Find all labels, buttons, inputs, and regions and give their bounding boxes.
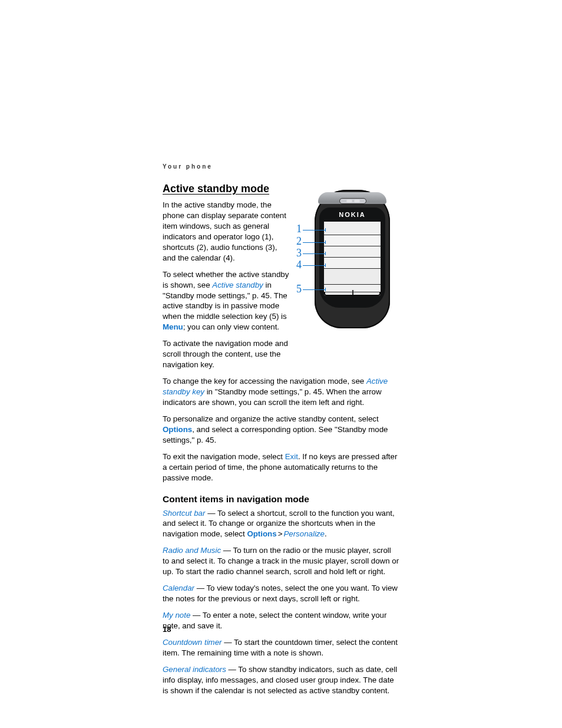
heading-content-items: Content items in navigation mode — [163, 494, 399, 505]
earpiece-icon — [339, 198, 366, 204]
text: To exit the navigation mode, select — [163, 452, 285, 461]
item-general-indicators: General indicators — To show standby ind… — [163, 664, 399, 696]
callout-tick-3 — [325, 252, 326, 255]
callout-2: 2 — [293, 235, 302, 248]
softkey-exit: Exit — [285, 452, 298, 461]
callout-line-1 — [303, 230, 325, 230]
para-select-shown: To select whether the active standby is … — [163, 269, 290, 333]
softkey-separator — [352, 290, 353, 295]
softkey-options-2: Options — [247, 529, 276, 538]
callout-4: 4 — [293, 259, 302, 271]
label-calendar: Calendar — [163, 584, 194, 592]
page: Your phone Active standby mode In the ac… — [0, 0, 562, 728]
callout-1: 1 — [293, 223, 302, 235]
label-shortcut-bar: Shortcut bar — [163, 509, 205, 518]
item-calendar: Calendar — To view today's notes, select… — [163, 583, 399, 604]
callout-tick-4 — [325, 263, 326, 267]
page-number: 18 — [163, 625, 171, 634]
softkey-menu: Menu — [163, 322, 183, 331]
text: — To enter a note, select the content wi… — [163, 611, 386, 630]
label-my-note: My note — [163, 611, 190, 620]
para-activate-nav: To activate the navigation mode and scro… — [163, 338, 290, 370]
callout-line-5 — [303, 289, 325, 290]
callout-line-4 — [303, 265, 325, 266]
screen-row-3 — [324, 246, 381, 257]
item-shortcut-bar: Shortcut bar — To select a shortcut, scr… — [163, 508, 399, 540]
softkey-options: Options — [163, 425, 192, 434]
screen-gap — [324, 268, 381, 284]
callout-line-2 — [303, 242, 325, 243]
para-personalize: To personalize and organize the active s… — [163, 414, 399, 446]
callout-tick-1 — [325, 228, 326, 232]
callout-tick-2 — [325, 241, 326, 244]
text: To personalize and organize the active s… — [163, 414, 379, 423]
item-my-note: My note — To enter a note, select the co… — [163, 610, 399, 631]
text: , and select a corresponding option. See… — [163, 425, 388, 444]
label-radio-music: Radio and Music — [163, 546, 221, 555]
text: — To view today's notes, select the one … — [163, 584, 398, 603]
para-exit: To exit the navigation mode, select Exit… — [163, 452, 399, 483]
item-countdown: Countdown timer — To start the countdown… — [163, 637, 399, 658]
screen-row-1 — [324, 222, 381, 235]
text: To change the key for accessing the navi… — [163, 377, 366, 386]
callout-3: 3 — [293, 247, 302, 259]
item-radio-music: Radio and Music — To turn on the radio o… — [163, 545, 399, 577]
callout-5: 5 — [293, 283, 302, 295]
breadcrumb-separator: > — [277, 529, 284, 538]
section-eyebrow: Your phone — [163, 163, 399, 170]
phone-brand: NOKIA — [319, 211, 385, 218]
phone-screen — [324, 222, 381, 296]
phone-diagram: NOKIA 1 2 3 4 5 — [293, 190, 402, 328]
para-change-key: To change the key for accessing the navi… — [163, 376, 399, 408]
screen-row-2 — [324, 235, 381, 246]
text: ; you can only view content. — [183, 322, 279, 331]
para-intro: In the active standby mode, the phone ca… — [163, 200, 290, 263]
menu-personalize: Personalize — [283, 529, 324, 538]
callout-line-3 — [303, 253, 325, 254]
link-active-standby[interactable]: Active standby — [212, 281, 263, 289]
label-countdown-timer: Countdown timer — [163, 638, 222, 647]
callout-tick-5 — [325, 288, 326, 291]
screen-row-4 — [324, 257, 381, 268]
text: . — [325, 529, 327, 538]
label-general-indicators: General indicators — [163, 665, 226, 674]
